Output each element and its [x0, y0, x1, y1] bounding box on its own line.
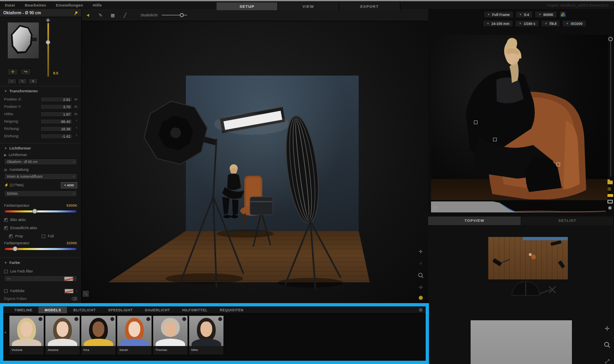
drehung-input[interactable]: -1.42 [40, 134, 72, 139]
model-card-mike[interactable]: Mike [189, 315, 224, 355]
light-option-button-2[interactable]: ∿ [18, 78, 27, 84]
menu-datei[interactable]: Datei [0, 3, 20, 7]
richtung-input[interactable]: 18.38 [40, 126, 72, 132]
umbrella-stand[interactable] [285, 213, 341, 289]
tab-dauerlicht[interactable]: DAUERLICHT [139, 307, 176, 313]
tab-export[interactable]: EXPORT [339, 2, 400, 10]
model-card-kira[interactable]: Kira [81, 315, 116, 355]
strip-softbox[interactable] [214, 107, 289, 135]
iso-dropdown[interactable]: ▼ISO200 [562, 20, 586, 27]
striped-umbrella-light[interactable] [281, 114, 324, 225]
aperture-dropdown[interactable]: ▼f/8.8 [541, 20, 560, 27]
folder-icon[interactable] [607, 181, 613, 184]
light-option-button-3[interactable]: A [29, 78, 38, 84]
lee-filter-checkbox[interactable] [4, 270, 8, 273]
studio-3d-scene[interactable]: ⤡ ✛ ⁘ ⊹ [82, 21, 428, 304]
tab-hilfsmittel[interactable]: HILFSMITTEL [176, 307, 214, 313]
sensor-format-dropdown[interactable]: ▼Full Frame [484, 11, 514, 18]
info-badge-icon[interactable] [110, 317, 114, 321]
flash-power-slider[interactable] [47, 23, 49, 77]
blitz-aktiv-checkbox[interactable] [4, 218, 8, 222]
lee-filter-dropdown[interactable]: --- › [4, 275, 77, 282]
light-marker[interactable] [556, 163, 560, 166]
model-card-jessica[interactable]: Jessica [45, 315, 80, 355]
info-badge-icon[interactable] [74, 317, 78, 321]
lichtformer-section-header[interactable]: ▼Lichtformer [4, 146, 77, 150]
rotate-light-button[interactable]: ↪ [20, 69, 31, 75]
orbit-icon[interactable] [419, 296, 423, 300]
octabox-light[interactable] [140, 97, 223, 172]
shutter-speed-dropdown[interactable]: ▼1/160 s [515, 20, 539, 27]
farbfolie-checkbox[interactable] [4, 289, 8, 293]
light-thumbnail[interactable] [7, 22, 39, 59]
cursor-tool-button[interactable]: ➤ [85, 12, 92, 18]
zoom-icon[interactable] [418, 272, 424, 279]
position-y-input[interactable]: 3.70 [40, 104, 72, 109]
pan-icon[interactable]: ✛ [603, 325, 611, 332]
lichtformer-dropdown[interactable]: Oktaform - Ø 90 cm › [4, 159, 77, 165]
zoom-icon[interactable] [603, 341, 611, 348]
flash-color-temp-handle[interactable] [32, 209, 37, 214]
aspect-ratio-dropdown[interactable]: ▼5:4 [516, 11, 533, 18]
grid-tool-button[interactable]: ▦ [109, 12, 116, 18]
viewport-corner-badge[interactable]: ⤡ [83, 291, 89, 297]
position-x-input[interactable]: 2.91 [40, 97, 72, 102]
light-option-button-1[interactable]: ○ [7, 78, 16, 84]
farbe-section-header[interactable]: ▼Farbe [4, 260, 77, 265]
studio-light-slider-handle[interactable] [180, 13, 184, 17]
max-power-dropdown[interactable]: 500Ws › [4, 190, 77, 197]
tab-models[interactable]: MODELS [38, 307, 67, 313]
color-picker-button[interactable] [559, 11, 567, 18]
tab-topview[interactable]: TOPVIEW [428, 217, 521, 225]
preview-zoom-slider[interactable] [610, 42, 611, 176]
tab-setlist[interactable]: SETLIST [521, 217, 614, 225]
camera-case[interactable] [250, 197, 273, 247]
focus-center-icon[interactable]: ⊹ [418, 284, 424, 290]
model-card-sarah[interactable]: Sarah [117, 315, 152, 355]
info-badge-icon[interactable] [218, 317, 222, 321]
tab-setup[interactable]: SETUP [217, 2, 278, 10]
pan-icon[interactable]: ✛ [418, 248, 424, 255]
ausstattung-dropdown[interactable]: Innen & Aussendiffusor › [4, 173, 77, 180]
camera-preview[interactable] [431, 35, 608, 212]
modeling-color-temp-handle[interactable] [13, 246, 18, 251]
light-marker[interactable] [474, 121, 478, 124]
tab-speedlight[interactable]: SPEEDLIGHT [102, 307, 139, 313]
pin-icon[interactable] [74, 11, 78, 15]
pen-tool-button[interactable]: ✎ [97, 12, 104, 18]
menu-einstellungen[interactable]: Einstellungen [51, 3, 88, 7]
info-badge-icon[interactable] [182, 317, 186, 321]
modeling-color-temp-slider[interactable] [5, 248, 76, 250]
neigung-input[interactable]: 88.40 [40, 119, 72, 124]
arrows-out-icon[interactable]: ⁘ [418, 260, 424, 267]
model-card-victoria[interactable]: Victoria [9, 315, 44, 355]
model-card-thomas[interactable]: Thomas [153, 315, 188, 355]
info-badge-icon[interactable] [38, 317, 42, 321]
scroll-left-icon[interactable]: ◂ [4, 330, 6, 334]
expand-icon[interactable]: ⤢ [603, 357, 611, 364]
preview-zoom-slider-handle[interactable] [608, 37, 613, 41]
grid-overlay-icon[interactable]: ⊞ [607, 187, 612, 191]
panel-options-icon[interactable]: ⊞ [419, 308, 422, 312]
tab-view[interactable]: VIEW [278, 2, 339, 10]
dot-handle-icon[interactable] [608, 206, 612, 210]
add-button[interactable]: + ADD [61, 182, 77, 188]
farbfolie-swatch[interactable] [65, 289, 74, 293]
full-checkbox[interactable] [42, 234, 45, 238]
hoehe-input[interactable]: 1.97 [40, 112, 72, 117]
einstelllicht-checkbox[interactable] [4, 226, 8, 230]
measure-tool-button[interactable]: ╱ [122, 12, 128, 18]
active-view-icon[interactable] [607, 194, 613, 197]
prop-checkbox[interactable] [9, 234, 13, 238]
flash-color-temp-slider[interactable] [5, 210, 76, 212]
menu-bearbeiten[interactable]: Bearbeiten [20, 3, 51, 7]
white-balance-dropdown[interactable]: ▼6000K [535, 11, 557, 18]
monitor-icon[interactable] [607, 200, 613, 203]
light-marker[interactable] [493, 138, 497, 141]
tab-blitzlicht[interactable]: BLITZLICHT [67, 307, 102, 313]
tab-timeline[interactable]: TIMELINE [8, 307, 38, 313]
topview-panel[interactable]: ✛ ⤢ [428, 225, 614, 364]
move-light-button[interactable]: ✛ [7, 69, 18, 75]
lens-dropdown[interactable]: ▼24-105 mm [483, 20, 513, 27]
info-badge-icon[interactable] [146, 317, 150, 321]
